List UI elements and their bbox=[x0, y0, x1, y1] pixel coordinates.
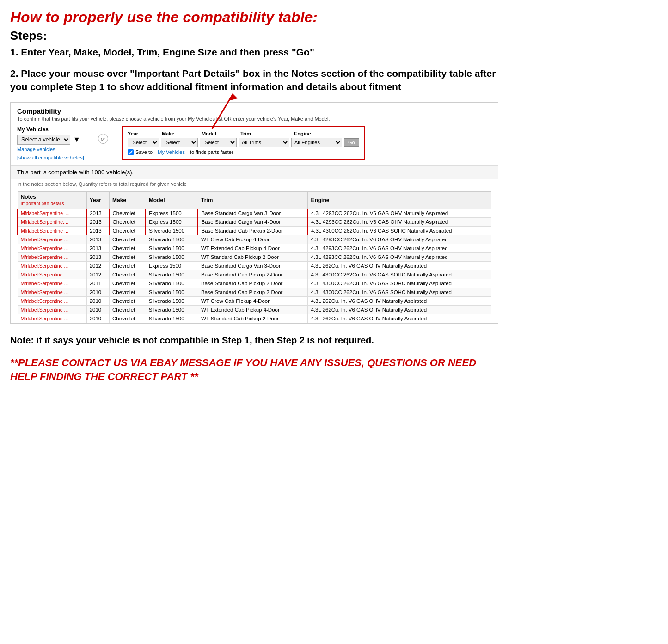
ymm-inputs-row: -Select- -Select- -Select- All Trims All bbox=[128, 138, 359, 147]
ymm-arrow-wrapper: Year Make Model Trim Engine -Select- -Se… bbox=[122, 126, 365, 160]
svg-marker-1 bbox=[228, 94, 238, 101]
trim-label: Trim bbox=[240, 131, 291, 136]
vehicle-select-row: Select a vehicle ▼ bbox=[17, 135, 84, 145]
table-row: Mfrlabel:Serpentine....2013ChevroletExpr… bbox=[18, 217, 491, 226]
year-label: Year bbox=[128, 131, 159, 136]
vehicle-select[interactable]: Select a vehicle bbox=[17, 135, 70, 145]
trim-select[interactable]: All Trims bbox=[239, 138, 289, 147]
save-checkbox-row: Save to My Vehicles to finds parts faste… bbox=[128, 149, 359, 155]
save-suffix: to finds parts faster bbox=[190, 149, 233, 155]
compatibility-box: Compatibility To confirm that this part … bbox=[10, 102, 498, 324]
th-model: Model bbox=[146, 191, 198, 209]
th-trim: Trim bbox=[198, 191, 307, 209]
engine-label: Engine bbox=[294, 131, 345, 136]
table-row: Mfrlabel:Serpentine ...2010ChevroletSilv… bbox=[18, 296, 491, 305]
table-row: Mfrlabel:Serpentine ...2011ChevroletSilv… bbox=[18, 279, 491, 288]
compat-subtitle: To confirm that this part fits your vehi… bbox=[17, 116, 491, 122]
contact-section: **PLEASE CONTACT US VIA EBAY MESSAGE IF … bbox=[10, 356, 498, 385]
vehicles-form-section: My Vehicles Select a vehicle ▼ Manage ve… bbox=[17, 126, 491, 160]
table-row: Mfrlabel:Serpentine ...2013ChevroletSilv… bbox=[18, 252, 491, 261]
save-checkbox[interactable] bbox=[128, 149, 134, 155]
ymm-form: Year Make Model Trim Engine -Select- -Se… bbox=[122, 126, 365, 160]
my-vehicles-label: My Vehicles bbox=[17, 126, 84, 133]
engine-select[interactable]: All Engines bbox=[291, 138, 342, 147]
table-header-row: Notes Important part details Year Make M… bbox=[18, 191, 491, 209]
my-vehicles-save-link[interactable]: My Vehicles bbox=[158, 149, 185, 155]
compat-table: Notes Important part details Year Make M… bbox=[17, 191, 491, 323]
compat-title: Compatibility bbox=[17, 107, 491, 115]
table-row: Mfrlabel:Serpentine ...2013ChevroletSilv… bbox=[18, 226, 491, 235]
th-notes: Notes Important part details bbox=[18, 191, 86, 209]
th-make: Make bbox=[110, 191, 146, 209]
dropdown-arrow-icon: ▼ bbox=[73, 135, 80, 144]
step1-text: 1. Enter Year, Make, Model, Trim, Engine… bbox=[10, 46, 498, 59]
show-all-link[interactable]: [show all compatible vehicles] bbox=[17, 155, 84, 160]
table-row: Mfrlabel:Serpentine ....2013ChevroletExp… bbox=[18, 209, 491, 217]
table-row: Mfrlabel:Serpentine ...2010ChevroletSilv… bbox=[18, 314, 491, 323]
my-vehicles-panel: My Vehicles Select a vehicle ▼ Manage ve… bbox=[17, 126, 84, 160]
ymm-labels-row: Year Make Model Trim Engine bbox=[128, 131, 359, 136]
save-label: Save to bbox=[135, 149, 153, 155]
compat-notice: This part is compatible with 1000 vehicl… bbox=[11, 165, 498, 179]
model-select[interactable]: -Select- bbox=[200, 138, 237, 147]
main-container: How to properly use the compatibility ta… bbox=[10, 8, 498, 384]
make-select[interactable]: -Select- bbox=[161, 138, 198, 147]
manage-vehicles-link[interactable]: Manage vehicles bbox=[17, 147, 84, 152]
year-select[interactable]: -Select- bbox=[128, 138, 159, 147]
page-title: How to properly use the compatibility ta… bbox=[10, 8, 498, 26]
make-label: Make bbox=[162, 131, 199, 136]
note-section: Note: if it says your vehicle is not com… bbox=[10, 334, 498, 347]
table-row: Mfrlabel:Serpentine ...2010ChevroletSilv… bbox=[18, 288, 491, 296]
table-row: Mfrlabel:Serpentine ...2013ChevroletSilv… bbox=[18, 244, 491, 252]
model-label: Model bbox=[202, 131, 238, 136]
or-separator: or bbox=[98, 134, 108, 144]
table-row: Mfrlabel:Serpentine ...2013ChevroletSilv… bbox=[18, 235, 491, 244]
table-row: Mfrlabel:Serpentine ...2012ChevroletSilv… bbox=[18, 270, 491, 279]
compat-qty-note: In the notes section below, Quantity ref… bbox=[11, 179, 498, 189]
table-row: Mfrlabel:Serpentine ...2012ChevroletExpr… bbox=[18, 261, 491, 270]
step2-text: 2. Place your mouse over "Important Part… bbox=[10, 67, 498, 94]
go-button[interactable]: Go bbox=[344, 138, 359, 147]
th-engine: Engine bbox=[308, 191, 491, 209]
steps-heading: Steps: bbox=[10, 29, 498, 43]
th-year: Year bbox=[86, 191, 109, 209]
table-row: Mfrlabel:Serpentine ...2010ChevroletSilv… bbox=[18, 305, 491, 314]
